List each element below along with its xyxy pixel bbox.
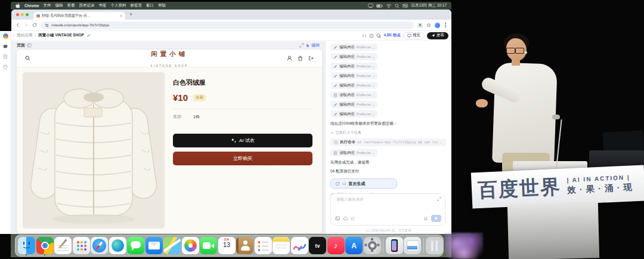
address-bar[interactable]: miaoda.cn/projects/app-7lc7x7j0glyp [41,21,414,29]
step-chip[interactable]: 编辑内容Profile.tsx [330,82,377,89]
menu-history[interactable]: 历史记录 [79,3,95,8]
edit-icon [333,84,338,88]
dock-launchpad-icon[interactable] [73,237,90,254]
chat-input[interactable] [335,196,425,202]
menu-edit[interactable]: 编辑 [55,3,63,8]
dock-settings-icon[interactable] [364,237,381,254]
edit-mode-button[interactable]: 编辑 [306,42,320,48]
skills-icon[interactable] [343,216,348,221]
dock-finder-icon[interactable] [18,237,35,254]
notification-bell-icon[interactable] [423,216,428,221]
stage-flowers [445,233,483,259]
product-image[interactable] [23,72,165,229]
window-minimize-button[interactable] [21,13,24,16]
back-icon[interactable] [16,23,20,27]
edit-icon [333,103,338,107]
database-rail-icon[interactable] [3,64,8,69]
step-chip[interactable]: 编辑内容Profile.tsx [330,72,377,79]
step-chip[interactable]: 读取内容Profile.tsx [330,149,377,156]
menubar-clock[interactable]: 11月13日 周三 10:17 [411,3,447,8]
dock-photos-icon[interactable] [182,237,199,254]
bookmark-star-icon[interactable] [426,23,431,27]
points-balance[interactable]: 4.8K 秒点 [383,33,401,38]
dock-appstore-icon[interactable]: A [345,237,363,254]
tasks-summary[interactable]: 已执行 2 个任务 [330,130,447,135]
menu-bookmarks[interactable]: 书签 [99,3,107,8]
ai-try-on-button[interactable]: AI 试衣 [173,134,312,147]
logout-icon[interactable] [308,56,314,61]
menu-chrome[interactable]: Chrome [24,4,39,8]
step-chip[interactable]: 编辑内容Profile.tsx [330,63,377,70]
chat-rail-icon[interactable] [3,44,8,49]
layers-icon[interactable] [376,33,381,38]
dock-calendar-icon[interactable]: 11月 13 [218,237,236,254]
forward-icon[interactable] [24,23,29,27]
profile-avatar[interactable] [435,23,440,28]
dock-maps-icon[interactable] [163,237,181,254]
menu-help[interactable]: 帮助 [158,3,166,8]
dock-tv-icon[interactable]: tv [309,237,326,254]
menu-window[interactable]: 窗口 [146,3,154,8]
dock-downloads-icon[interactable] [404,237,421,254]
dock-facetime-icon[interactable] [200,237,217,254]
step-chip[interactable]: 编辑内容Profile.tsx [330,53,377,60]
browser-menu-icon[interactable] [445,24,446,26]
dock-freeform-icon[interactable] [291,237,308,254]
dock-trash-icon[interactable] [426,237,443,254]
account-icon[interactable] [287,56,292,61]
template-icon[interactable] [351,217,355,221]
dock-chrome-icon[interactable] [36,237,54,254]
miaoda-logo-icon[interactable] [3,33,8,39]
step-chip[interactable]: 读取内容Profile.tsx [330,91,377,98]
extension-icon[interactable]: B [417,23,423,28]
reload-icon[interactable] [32,23,37,27]
new-tab-button[interactable]: + [129,12,132,17]
dock-messages-icon[interactable] [127,237,144,254]
wifi-icon[interactable] [386,4,392,8]
dock-contacts-icon[interactable] [236,237,253,254]
dock-safari-icon[interactable] [91,237,108,254]
info-icon[interactable] [369,33,374,38]
preview-button[interactable]: 预览 [403,32,425,39]
dock-iphone-mirroring-icon[interactable] [386,237,403,254]
version-chip[interactable]: v1 首次生成 [330,178,397,189]
apple-menu-icon[interactable] [16,3,20,9]
send-button[interactable] [431,215,441,222]
battery-icon[interactable] [376,4,383,8]
step-chip[interactable]: 编辑内容Profile.tsx [330,44,377,51]
control-center-icon[interactable] [402,4,408,8]
command-chip[interactable]: 执行命令 cd /workspace/app-7lc7x7j0glyp && n… [330,138,447,146]
publish-button[interactable]: 发布 [427,32,448,39]
dock-mail-icon[interactable] [145,237,163,254]
expand-input-icon[interactable] [437,197,441,201]
code-icon[interactable] [362,33,367,38]
menu-tabs[interactable]: 标签页 [131,3,143,8]
cart-icon[interactable] [298,56,303,61]
step-chip[interactable]: 编辑内容Profile.tsx [330,110,377,118]
window-close-button[interactable] [16,13,19,16]
step-chip[interactable]: 编辑内容Profile.tsx [330,101,377,108]
menu-profiles[interactable]: 个人资料 [111,3,126,8]
menu-view[interactable]: 查看 [67,3,75,8]
collapse-panel-icon[interactable] [27,43,32,48]
breadcrumb-my-apps[interactable]: 我的应用 [17,33,32,38]
browser-tab[interactable]: 秒哒-无代码应用搭建平台-百… [33,12,125,20]
rename-pencil-icon[interactable] [86,33,91,38]
dock-edge-icon[interactable] [109,237,126,254]
pages-label[interactable]: 页面 [17,42,25,48]
window-zoom-button[interactable] [26,13,29,16]
tab-close-icon[interactable] [120,14,122,18]
buy-now-button[interactable]: 立即购买 [173,152,312,165]
dock-music-icon[interactable]: ♪ [327,237,345,254]
menu-file[interactable]: 文件 [44,3,51,8]
spotlight-icon[interactable] [395,4,400,8]
dock-textedit-icon[interactable] [54,237,72,254]
site-settings-icon[interactable] [45,23,49,27]
search-icon[interactable] [25,56,30,61]
dock-reminders-icon[interactable] [255,237,272,254]
dock-notes-icon[interactable] [273,237,290,254]
fullscreen-icon[interactable] [299,43,304,48]
files-rail-icon[interactable] [3,54,8,59]
screen-mirroring-icon[interactable] [368,4,373,8]
attach-image-icon[interactable] [335,216,340,221]
